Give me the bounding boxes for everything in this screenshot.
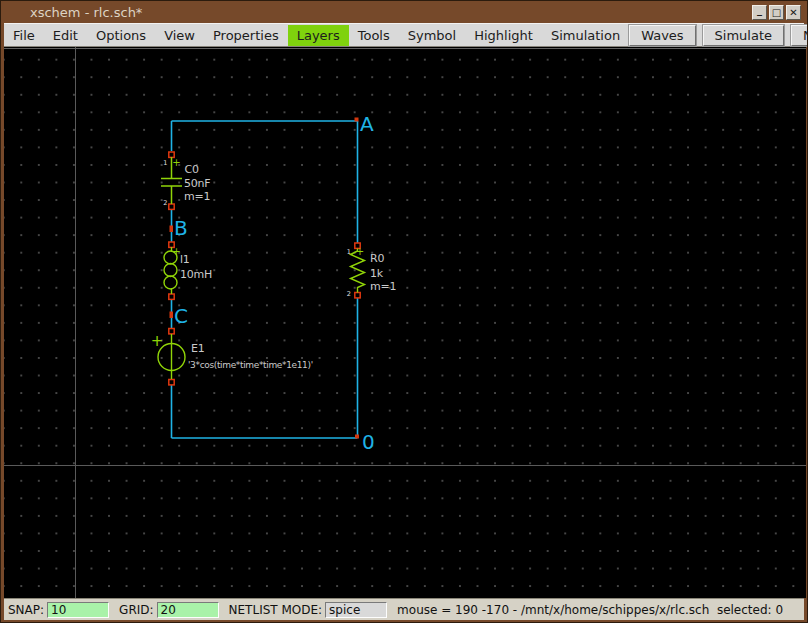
mouse-position-text: mouse = 190 -170 - /mnt/x/home/schippes/… <box>397 603 783 617</box>
component-capacitor[interactable]: 1 2 + C0 50nF m=1 <box>161 152 211 209</box>
resistor-pin-2[interactable] <box>355 293 360 298</box>
snap-input[interactable] <box>47 602 109 618</box>
inductor-value[interactable]: 10mH <box>180 268 212 281</box>
resistor-pin2-number: 2 <box>347 290 351 298</box>
label-b-attach-marker <box>170 226 174 233</box>
capacitor-pin1-number: 1 <box>163 159 167 167</box>
vsource-pin-2[interactable] <box>169 380 174 385</box>
menu-item-simulation[interactable]: Simulation <box>542 25 629 46</box>
close-icon: ✕ <box>789 7 797 18</box>
title-bar[interactable]: xschem - rlc.sch* _ □ ✕ <box>2 2 806 23</box>
capacitor-ref[interactable]: C0 <box>185 163 199 176</box>
menu-item-edit[interactable]: Edit <box>44 25 87 46</box>
schematic-drawing: 1 2 + C0 50nF m=1 + l1 <box>4 47 806 598</box>
capacitor-mult[interactable]: m=1 <box>184 190 210 203</box>
menu-item-properties[interactable]: Properties <box>204 25 288 46</box>
vsource-value[interactable]: '3*cos(time*time*time*1e11)' <box>188 360 313 370</box>
net-label-b[interactable]: B <box>174 216 188 240</box>
grid-label: GRID: <box>119 603 153 617</box>
schematic-canvas[interactable]: 1 2 + C0 50nF m=1 + l1 <box>4 47 806 598</box>
minimize-icon: _ <box>757 4 762 15</box>
maximize-button[interactable]: □ <box>769 5 784 20</box>
capacitor-pin2-number: 2 <box>163 199 167 207</box>
menu-bar: File Edit Options View Properties Layers… <box>4 23 804 47</box>
capacitor-value[interactable]: 50nF <box>184 177 211 190</box>
vsource-ref[interactable]: E1 <box>191 342 205 355</box>
inductor-pin-2[interactable] <box>169 294 174 299</box>
minimize-button[interactable]: _ <box>752 5 767 20</box>
maximize-icon: □ <box>772 7 781 18</box>
simulate-button[interactable]: Simulate <box>703 25 784 46</box>
menu-item-tools[interactable]: Tools <box>349 25 399 46</box>
net-label-c[interactable]: C <box>174 304 188 328</box>
menu-item-view[interactable]: View <box>155 25 204 46</box>
resistor-mult[interactable]: m=1 <box>370 280 396 293</box>
inductor-ref[interactable]: l1 <box>180 253 190 266</box>
resistor-plus-mark: + <box>356 246 364 257</box>
menu-item-layers[interactable]: Layers <box>288 25 349 46</box>
netlist-mode-label: NETLIST MODE: <box>229 603 323 617</box>
app-window: xschem - rlc.sch* _ □ ✕ File Edit Option… <box>0 0 808 623</box>
label-0-attach-marker <box>355 435 359 439</box>
capacitor-plus-mark: + <box>172 157 180 168</box>
net-label-0[interactable]: 0 <box>362 430 375 454</box>
waves-button[interactable]: Waves <box>629 25 695 46</box>
component-inductor[interactable]: + l1 10mH <box>164 242 212 299</box>
netlist-mode-input[interactable] <box>325 602 387 618</box>
component-resistor[interactable]: 1 2 + R0 1k m=1 <box>347 243 396 298</box>
label-c-attach-marker <box>170 312 174 319</box>
netlist-button[interactable]: Netlist <box>791 25 808 46</box>
resistor-pin1-number: 1 <box>347 248 351 256</box>
menu-item-symbol[interactable]: Symbol <box>399 25 465 46</box>
vsource-plus-mark: + <box>151 332 164 350</box>
window-controls: _ □ ✕ <box>752 5 801 20</box>
resistor-ref[interactable]: R0 <box>370 252 384 265</box>
capacitor-pin-2[interactable] <box>169 204 174 209</box>
window-title: xschem - rlc.sch* <box>30 2 142 23</box>
resistor-value[interactable]: 1k <box>370 267 384 280</box>
menu-item-file[interactable]: File <box>4 25 44 46</box>
close-button[interactable]: ✕ <box>786 5 801 20</box>
net-label-a[interactable]: A <box>360 112 374 136</box>
menu-item-options[interactable]: Options <box>87 25 155 46</box>
menu-item-highlight[interactable]: Highlight <box>465 25 542 46</box>
status-bar: SNAP: GRID: NETLIST MODE: mouse = 190 -1… <box>4 598 804 620</box>
vsource-pin-1[interactable] <box>169 329 174 334</box>
component-vsource[interactable]: + E1 '3*cos(time*time*time*1e11)' <box>151 329 313 385</box>
snap-label: SNAP: <box>8 603 44 617</box>
grid-input[interactable] <box>157 602 219 618</box>
label-a-attach-marker <box>355 118 359 122</box>
